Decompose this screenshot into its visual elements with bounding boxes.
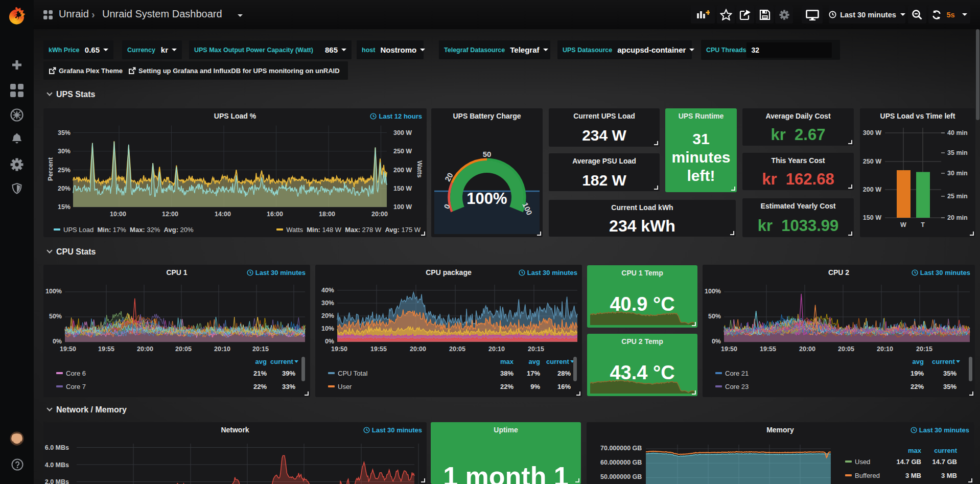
svg-text:100%: 100% <box>466 190 507 208</box>
svg-text:50: 50 <box>483 150 492 158</box>
